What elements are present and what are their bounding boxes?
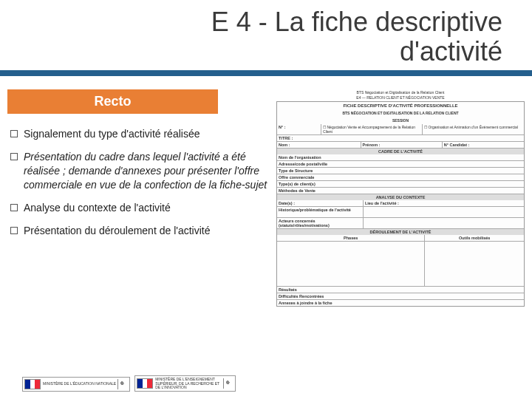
form-title: FICHE DESCRIPTIVE D'ACTIVITÉ PROFESSIONN… [277, 102, 524, 109]
field-adresse: Adresse/code postal/ville [277, 161, 524, 167]
field-nom-org: Nom de l'organisation [277, 154, 524, 160]
section-cadre: CADRE DE L'ACTIVITÉ [277, 149, 524, 154]
recto-badge: Recto [7, 89, 218, 114]
marianne-icon [223, 378, 233, 389]
col-outils: Outils mobilisés [425, 235, 524, 241]
field-annexes: Annexes à joindre à la fiche [277, 300, 524, 306]
field-type-struct: Type de Structure [277, 168, 524, 174]
section-deroulement: DÉROULEMENT DE L'ACTIVITÉ [277, 229, 524, 235]
bullet-list: Signalement du type d'activité réalisée … [7, 123, 270, 242]
col-phases: Phases [277, 235, 425, 241]
field-candidat: N° Candidat : [443, 142, 524, 148]
slide: E 4 - La fiche descriptive d'activité Re… [0, 0, 532, 399]
form-preview: BTS Négociation et Digitalisation de la … [276, 89, 525, 307]
field-num: N° : [277, 124, 321, 134]
form-table: FICHE DESCRIPTIVE D'ACTIVITÉ PROFESSIONN… [276, 101, 525, 307]
logo-mesri: MINISTÈRE DE L'ENSEIGNEMENT SUPÉRIEUR, D… [134, 375, 236, 392]
bullet-text: Présentation du cadre dans lequel l'acti… [24, 151, 267, 191]
field-org-anim: ☐ Organisation et Animation d'un Événeme… [423, 124, 524, 134]
flag-icon [137, 378, 153, 389]
footer-logos: MINISTÈRE DE L'ÉDUCATION NATIONALE MINIS… [22, 375, 236, 392]
field-lieu: Lieu de l'activité : [364, 200, 524, 206]
field-resultats: Résultats [277, 287, 524, 293]
logo-men: MINISTÈRE DE L'ÉDUCATION NATIONALE [22, 377, 130, 392]
field-clients: Type(s) de client(s) [277, 181, 524, 187]
field-offre: Offre commerciale [277, 174, 524, 180]
field-histo-value [364, 207, 524, 217]
section-analyse: ANALYSE DU CONTEXTE [277, 194, 524, 200]
field-acteurs-value [364, 218, 524, 228]
form-caption-1: BTS Négociation et Digitalisation de la … [276, 89, 525, 95]
logo-mesri-text: MINISTÈRE DE L'ENSEIGNEMENT SUPÉRIEUR, D… [155, 378, 222, 389]
flag-icon [24, 379, 41, 389]
field-prenom: Prénom : [361, 142, 443, 148]
bullet-item: Présentation du cadre dans lequel l'acti… [7, 146, 270, 197]
field-histo: Historique/problématique de l'activité [277, 207, 364, 217]
field-dates: Date(s) : [277, 200, 364, 206]
content-area: Recto Signalement du type d'activité réa… [0, 76, 532, 307]
bullet-item: Signalement du type d'activité réalisée [7, 123, 270, 146]
left-column: Recto Signalement du type d'activité réa… [7, 89, 276, 307]
field-difficultes: Difficultés Rencontrées [277, 293, 524, 299]
field-methodes: Méthodes de Vente [277, 188, 524, 194]
title-line-1: E 4 - La fiche descriptive [211, 7, 502, 37]
bullet-item: Présentation du déroulement de l'activit… [7, 219, 270, 242]
form-session: SESSION [277, 117, 524, 124]
marianne-icon [117, 379, 128, 389]
outils-body [425, 242, 524, 286]
form-subtitle: BTS NÉGOCIATION ET DIGITALISATION DE LA … [277, 109, 524, 117]
field-nom: Nom : [277, 142, 361, 148]
title-underline [0, 70, 532, 76]
form-caption-2: E4 — RELATION CLIENT ET NÉGOCIATION VENT… [276, 95, 525, 101]
slide-title: E 4 - La fiche descriptive d'activité [0, 0, 532, 70]
field-titre: TITRE : [277, 135, 524, 141]
title-line-2: d'activité [400, 36, 502, 66]
phases-body [277, 242, 425, 286]
field-neg-vente: ☐ Négociation Vente et Accompagnement de… [321, 124, 423, 134]
logo-men-text: MINISTÈRE DE L'ÉDUCATION NATIONALE [43, 382, 116, 386]
field-acteurs: Acteurs concernés (statuts/rôles/motivat… [277, 218, 364, 228]
bullet-item: Analyse du contexte de l'activité [7, 197, 270, 219]
